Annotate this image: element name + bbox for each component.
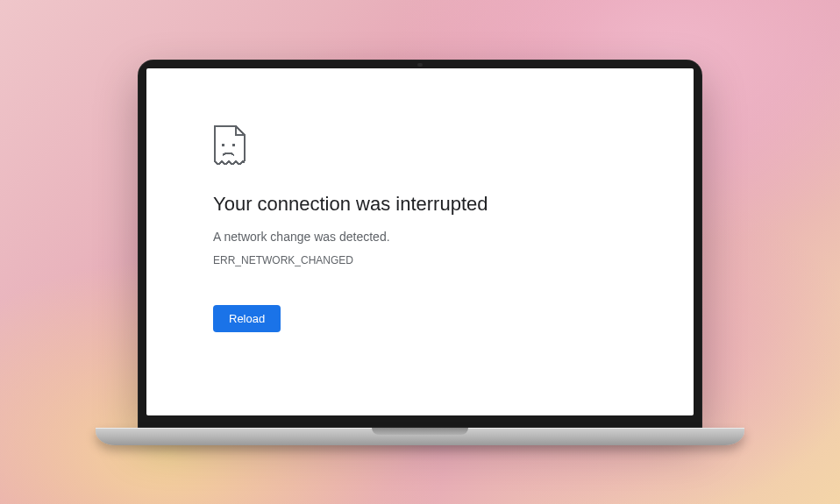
laptop-screen: Your connection was interrupted A networ… <box>146 68 694 415</box>
svg-rect-0 <box>222 144 224 146</box>
error-code: ERR_NETWORK_CHANGED <box>213 254 694 266</box>
reload-button[interactable]: Reload <box>213 305 281 332</box>
laptop-lid: Your connection was interrupted A networ… <box>138 60 702 428</box>
laptop-frame: Your connection was interrupted A networ… <box>138 60 702 445</box>
broken-page-icon <box>213 124 694 168</box>
error-title: Your connection was interrupted <box>213 193 694 216</box>
error-subtitle: A network change was detected. <box>213 230 694 244</box>
laptop-base <box>96 428 744 445</box>
webcam-notch <box>417 63 423 67</box>
svg-rect-1 <box>232 144 235 146</box>
